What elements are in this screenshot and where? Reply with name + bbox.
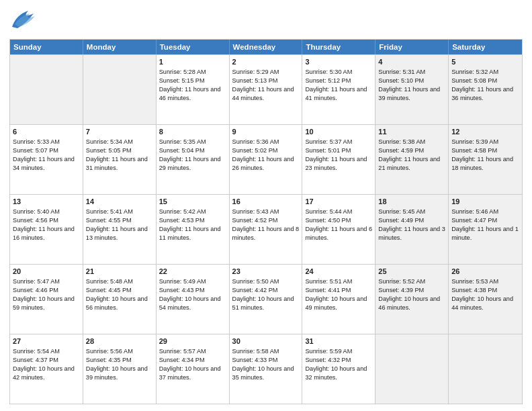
header-day-wednesday: Wednesday — [230, 40, 303, 54]
day-info: Sunrise: 5:40 AM Sunset: 4:56 PM Dayligh… — [13, 208, 75, 241]
cal-cell-4-7: 26Sunrise: 5:53 AM Sunset: 4:38 PM Dayli… — [449, 265, 522, 334]
header-day-saturday: Saturday — [449, 40, 522, 54]
day-number: 20 — [13, 267, 80, 277]
day-number: 11 — [378, 127, 445, 137]
day-info: Sunrise: 5:53 AM Sunset: 4:38 PM Dayligh… — [451, 278, 513, 311]
day-info: Sunrise: 5:39 AM Sunset: 4:58 PM Dayligh… — [451, 138, 513, 171]
cal-cell-3-7: 19Sunrise: 5:46 AM Sunset: 4:47 PM Dayli… — [449, 195, 522, 264]
cal-cell-3-3: 15Sunrise: 5:42 AM Sunset: 4:53 PM Dayli… — [157, 195, 230, 264]
day-number: 16 — [232, 197, 300, 207]
cal-cell-5-6 — [375, 334, 449, 404]
day-info: Sunrise: 5:45 AM Sunset: 4:49 PM Dayligh… — [378, 208, 445, 241]
cal-cell-5-5: 31Sunrise: 5:59 AM Sunset: 4:32 PM Dayli… — [302, 334, 375, 404]
cal-cell-5-2: 28Sunrise: 5:56 AM Sunset: 4:35 PM Dayli… — [83, 334, 157, 404]
week-row-1: 1Sunrise: 5:28 AM Sunset: 5:15 PM Daylig… — [10, 54, 522, 124]
cal-cell-2-7: 12Sunrise: 5:39 AM Sunset: 4:58 PM Dayli… — [449, 125, 522, 194]
cal-cell-1-1 — [10, 55, 83, 124]
day-info: Sunrise: 5:34 AM Sunset: 5:05 PM Dayligh… — [86, 138, 148, 171]
cal-cell-4-2: 21Sunrise: 5:48 AM Sunset: 4:45 PM Dayli… — [83, 265, 157, 334]
week-row-3: 13Sunrise: 5:40 AM Sunset: 4:56 PM Dayli… — [10, 194, 522, 264]
cal-cell-2-2: 7Sunrise: 5:34 AM Sunset: 5:05 PM Daylig… — [83, 125, 157, 194]
cal-cell-2-1: 6Sunrise: 5:33 AM Sunset: 5:07 PM Daylig… — [10, 125, 83, 194]
cal-cell-2-4: 9Sunrise: 5:36 AM Sunset: 5:02 PM Daylig… — [230, 125, 303, 194]
day-info: Sunrise: 5:49 AM Sunset: 4:43 PM Dayligh… — [159, 278, 221, 311]
day-number: 28 — [86, 336, 153, 347]
day-info: Sunrise: 5:52 AM Sunset: 4:39 PM Dayligh… — [378, 278, 440, 311]
day-info: Sunrise: 5:44 AM Sunset: 4:50 PM Dayligh… — [305, 208, 372, 241]
header-day-thursday: Thursday — [302, 40, 375, 54]
day-info: Sunrise: 5:56 AM Sunset: 4:35 PM Dayligh… — [86, 348, 148, 381]
day-number: 3 — [305, 57, 372, 67]
day-number: 31 — [305, 336, 372, 347]
day-info: Sunrise: 5:46 AM Sunset: 4:47 PM Dayligh… — [451, 208, 519, 241]
day-info: Sunrise: 5:30 AM Sunset: 5:12 PM Dayligh… — [305, 68, 367, 101]
day-info: Sunrise: 5:47 AM Sunset: 4:46 PM Dayligh… — [13, 278, 75, 311]
day-number: 27 — [13, 336, 80, 347]
cal-cell-4-3: 22Sunrise: 5:49 AM Sunset: 4:43 PM Dayli… — [157, 265, 230, 334]
day-number: 19 — [451, 197, 519, 207]
cal-cell-3-4: 16Sunrise: 5:43 AM Sunset: 4:52 PM Dayli… — [230, 195, 303, 264]
page: SundayMondayTuesdayWednesdayThursdayFrid… — [0, 0, 532, 411]
cal-cell-1-7: 5Sunrise: 5:32 AM Sunset: 5:08 PM Daylig… — [449, 55, 522, 124]
day-number: 18 — [378, 197, 445, 207]
header — [9, 7, 523, 34]
cal-cell-5-7 — [449, 334, 522, 404]
day-number: 22 — [159, 267, 226, 277]
cal-cell-3-5: 17Sunrise: 5:44 AM Sunset: 4:50 PM Dayli… — [302, 195, 375, 264]
cal-cell-1-6: 4Sunrise: 5:31 AM Sunset: 5:10 PM Daylig… — [375, 55, 449, 124]
day-info: Sunrise: 5:33 AM Sunset: 5:07 PM Dayligh… — [13, 138, 75, 171]
cal-cell-4-4: 23Sunrise: 5:50 AM Sunset: 4:42 PM Dayli… — [230, 265, 303, 334]
day-number: 13 — [13, 197, 80, 207]
day-info: Sunrise: 5:42 AM Sunset: 4:53 PM Dayligh… — [159, 208, 221, 241]
day-number: 2 — [232, 57, 300, 67]
cal-cell-5-4: 30Sunrise: 5:58 AM Sunset: 4:33 PM Dayli… — [230, 334, 303, 404]
day-info: Sunrise: 5:43 AM Sunset: 4:52 PM Dayligh… — [232, 208, 300, 241]
header-day-sunday: Sunday — [10, 40, 83, 54]
day-number: 7 — [86, 127, 153, 137]
cal-cell-3-6: 18Sunrise: 5:45 AM Sunset: 4:49 PM Dayli… — [375, 195, 449, 264]
cal-cell-5-1: 27Sunrise: 5:54 AM Sunset: 4:37 PM Dayli… — [10, 334, 83, 404]
calendar-header: SundayMondayTuesdayWednesdayThursdayFrid… — [10, 40, 522, 54]
cal-cell-2-3: 8Sunrise: 5:35 AM Sunset: 5:04 PM Daylig… — [157, 125, 230, 194]
day-number: 8 — [159, 127, 226, 137]
day-number: 29 — [159, 336, 226, 347]
day-info: Sunrise: 5:50 AM Sunset: 4:42 PM Dayligh… — [232, 278, 294, 311]
cal-cell-3-2: 14Sunrise: 5:41 AM Sunset: 4:55 PM Dayli… — [83, 195, 157, 264]
cal-cell-4-1: 20Sunrise: 5:47 AM Sunset: 4:46 PM Dayli… — [10, 265, 83, 334]
day-number: 9 — [232, 127, 300, 137]
cal-cell-3-1: 13Sunrise: 5:40 AM Sunset: 4:56 PM Dayli… — [10, 195, 83, 264]
day-number: 30 — [232, 336, 300, 347]
day-number: 14 — [86, 197, 153, 207]
cal-cell-1-3: 1Sunrise: 5:28 AM Sunset: 5:15 PM Daylig… — [157, 55, 230, 124]
day-number: 1 — [159, 57, 226, 67]
day-info: Sunrise: 5:59 AM Sunset: 4:32 PM Dayligh… — [305, 348, 367, 381]
day-number: 4 — [378, 57, 445, 67]
logo-icon — [9, 7, 39, 34]
day-info: Sunrise: 5:36 AM Sunset: 5:02 PM Dayligh… — [232, 138, 294, 171]
day-number: 23 — [232, 267, 300, 277]
week-row-4: 20Sunrise: 5:47 AM Sunset: 4:46 PM Dayli… — [10, 264, 522, 334]
day-info: Sunrise: 5:38 AM Sunset: 4:59 PM Dayligh… — [378, 138, 440, 171]
day-number: 12 — [451, 127, 519, 137]
cal-cell-5-3: 29Sunrise: 5:57 AM Sunset: 4:34 PM Dayli… — [157, 334, 230, 404]
week-row-5: 27Sunrise: 5:54 AM Sunset: 4:37 PM Dayli… — [10, 334, 522, 404]
cal-cell-1-2 — [83, 55, 157, 124]
day-number: 10 — [305, 127, 372, 137]
day-info: Sunrise: 5:37 AM Sunset: 5:01 PM Dayligh… — [305, 138, 367, 171]
header-day-tuesday: Tuesday — [157, 40, 230, 54]
day-number: 24 — [305, 267, 372, 277]
day-info: Sunrise: 5:31 AM Sunset: 5:10 PM Dayligh… — [378, 68, 440, 101]
header-day-friday: Friday — [375, 40, 449, 54]
day-info: Sunrise: 5:58 AM Sunset: 4:33 PM Dayligh… — [232, 348, 294, 381]
cal-cell-2-5: 10Sunrise: 5:37 AM Sunset: 5:01 PM Dayli… — [302, 125, 375, 194]
day-info: Sunrise: 5:54 AM Sunset: 4:37 PM Dayligh… — [13, 348, 75, 381]
day-info: Sunrise: 5:28 AM Sunset: 5:15 PM Dayligh… — [159, 68, 221, 101]
header-day-monday: Monday — [83, 40, 157, 54]
cal-cell-4-5: 24Sunrise: 5:51 AM Sunset: 4:41 PM Dayli… — [302, 265, 375, 334]
day-number: 6 — [13, 127, 80, 137]
day-info: Sunrise: 5:57 AM Sunset: 4:34 PM Dayligh… — [159, 348, 221, 381]
cal-cell-4-6: 25Sunrise: 5:52 AM Sunset: 4:39 PM Dayli… — [375, 265, 449, 334]
day-info: Sunrise: 5:48 AM Sunset: 4:45 PM Dayligh… — [86, 278, 148, 311]
calendar: SundayMondayTuesdayWednesdayThursdayFrid… — [9, 39, 523, 404]
week-row-2: 6Sunrise: 5:33 AM Sunset: 5:07 PM Daylig… — [10, 124, 522, 194]
